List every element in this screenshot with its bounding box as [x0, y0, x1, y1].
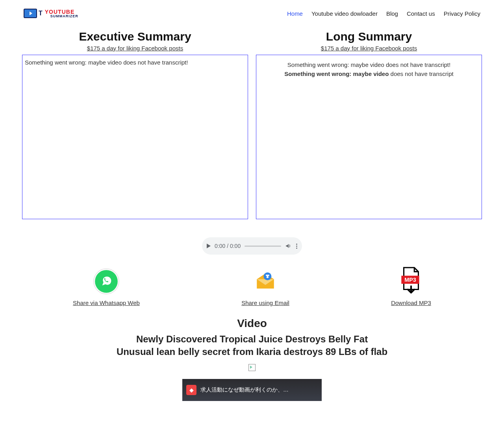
audio-player[interactable]: 0:00 / 0:00: [202, 237, 302, 255]
long-ad-link[interactable]: $175 a day for liking Facebook posts: [321, 45, 417, 52]
long-summary-box[interactable]: Something went wrong: maybe video does n…: [256, 55, 482, 219]
logo-text-line1: YOUTUBE: [45, 9, 78, 15]
long-summary-line2: Something went wrong: maybe video does n…: [259, 70, 479, 79]
broken-image-icon: [248, 364, 256, 371]
logo-mark-icon: [24, 9, 37, 18]
share-whatsapp-link[interactable]: Share via Whatsapp Web: [73, 299, 140, 306]
long-summary-title: Long Summary: [326, 30, 412, 43]
nav-privacy[interactable]: Privacy Policy: [444, 10, 480, 17]
executive-summary-column: Executive Summary $175 a day for liking …: [22, 26, 248, 219]
email-icon[interactable]: [251, 267, 280, 296]
long-summary-line2-rest: does not have transcript: [389, 70, 453, 77]
share-email: Share using Email: [241, 267, 289, 306]
long-summary-line1: Something went wrong: maybe video does n…: [259, 61, 479, 70]
svg-text:MP3: MP3: [404, 277, 416, 283]
executive-summary-box[interactable]: [22, 55, 248, 219]
nav-downloader[interactable]: Youtube video dowloader: [311, 10, 378, 17]
volume-icon[interactable]: [285, 242, 292, 249]
youtube-embed[interactable]: ◆ 求人活動になぜ動画が利くのか、…: [182, 379, 322, 401]
audio-menu-icon[interactable]: [296, 244, 297, 249]
play-icon[interactable]: [207, 244, 211, 248]
video-heading: Video: [0, 317, 504, 330]
site-logo[interactable]: T YOUTUBE SUMMARIZER: [24, 9, 78, 18]
logo-tail-icon: T: [39, 10, 43, 17]
logo-text-line2: SUMMARIZER: [50, 15, 78, 18]
whatsapp-icon[interactable]: [92, 267, 120, 296]
audio-seek-bar[interactable]: [245, 246, 281, 247]
share-whatsapp: Share via Whatsapp Web: [73, 267, 140, 306]
nav-home[interactable]: Home: [287, 10, 303, 17]
nav-blog[interactable]: Blog: [386, 10, 398, 17]
executive-ad-link[interactable]: $175 a day for liking Facebook posts: [87, 45, 183, 52]
executive-summary-title: Executive Summary: [79, 30, 191, 43]
mp3-file-icon[interactable]: MP3: [397, 267, 425, 296]
youtube-embed-title: 求人活動になぜ動画が利くのか、…: [200, 386, 289, 394]
share-email-link[interactable]: Share using Email: [241, 299, 289, 306]
download-mp3-link[interactable]: Download MP3: [391, 299, 431, 306]
long-summary-column: Long Summary $175 a day for liking Faceb…: [256, 26, 482, 219]
video-ad-headline[interactable]: Newly Discovered Tropical Juice Destroys…: [0, 333, 504, 358]
primary-nav: Home Youtube video dowloader Blog Contac…: [287, 10, 480, 17]
long-summary-line2-bold: Something went wrong: maybe video: [284, 70, 389, 77]
download-mp3: MP3 Download MP3: [391, 267, 431, 306]
youtube-badge-icon: ◆: [186, 385, 196, 395]
audio-time: 0:00 / 0:00: [215, 243, 241, 249]
nav-contact[interactable]: Contact us: [407, 10, 435, 17]
